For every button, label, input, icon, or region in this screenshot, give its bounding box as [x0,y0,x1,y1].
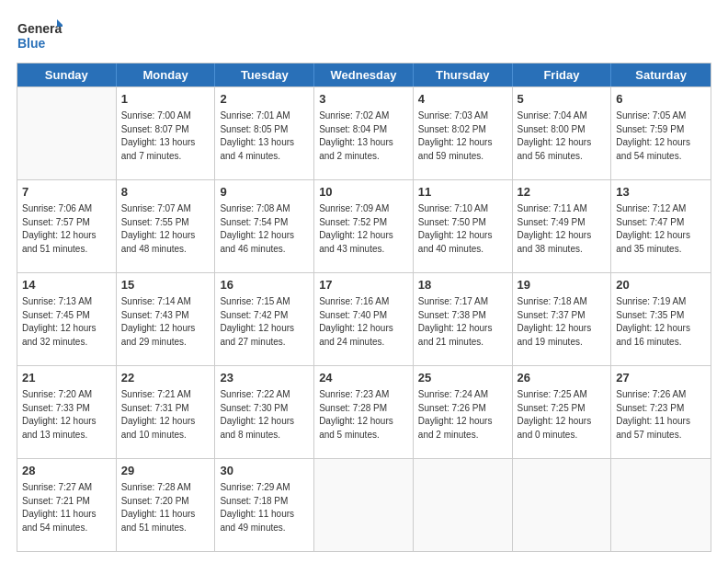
day-number: 14 [22,277,111,293]
calendar-cell: 23Sunrise: 7:22 AM Sunset: 7:30 PM Dayli… [215,366,314,458]
calendar-cell: 18Sunrise: 7:17 AM Sunset: 7:38 PM Dayli… [414,273,513,365]
day-number: 30 [220,463,309,479]
week-row-4: 21Sunrise: 7:20 AM Sunset: 7:33 PM Dayli… [17,365,711,458]
day-number: 28 [22,463,111,479]
day-number: 16 [220,277,309,293]
day-info: Sunrise: 7:26 AM Sunset: 7:23 PM Dayligh… [616,388,706,442]
day-number: 19 [518,277,607,293]
day-info: Sunrise: 7:22 AM Sunset: 7:30 PM Dayligh… [220,388,309,442]
day-number: 24 [319,370,408,386]
calendar-cell: 21Sunrise: 7:20 AM Sunset: 7:33 PM Dayli… [17,366,117,458]
day-number: 26 [518,370,607,386]
calendar-cell: 6Sunrise: 7:05 AM Sunset: 7:59 PM Daylig… [611,87,711,179]
calendar-cell: 11Sunrise: 7:10 AM Sunset: 7:50 PM Dayli… [414,180,513,272]
day-info: Sunrise: 7:28 AM Sunset: 7:20 PM Dayligh… [121,481,210,534]
calendar-cell: 22Sunrise: 7:21 AM Sunset: 7:31 PM Dayli… [117,366,216,458]
day-number: 1 [121,91,210,108]
calendar-cell: 5Sunrise: 7:04 AM Sunset: 8:00 PM Daylig… [513,87,612,179]
day-info: Sunrise: 7:18 AM Sunset: 7:37 PM Dayligh… [518,295,607,349]
week-row-2: 7Sunrise: 7:06 AM Sunset: 7:57 PM Daylig… [17,179,711,272]
day-header-monday: Monday [117,63,216,86]
day-number: 2 [220,91,309,108]
day-number: 7 [22,184,111,201]
day-info: Sunrise: 7:13 AM Sunset: 7:45 PM Dayligh… [22,295,111,349]
calendar-cell: 20Sunrise: 7:19 AM Sunset: 7:35 PM Dayli… [611,273,711,365]
day-header-saturday: Saturday [611,63,711,86]
calendar-cell: 2Sunrise: 7:01 AM Sunset: 8:05 PM Daylig… [215,87,314,179]
day-info: Sunrise: 7:08 AM Sunset: 7:54 PM Dayligh… [220,202,309,256]
calendar-cell [17,87,117,179]
svg-text:General: General [17,21,63,36]
day-header-friday: Friday [513,63,612,86]
day-info: Sunrise: 7:24 AM Sunset: 7:26 PM Dayligh… [418,388,507,442]
day-info: Sunrise: 7:02 AM Sunset: 8:04 PM Dayligh… [319,109,408,163]
calendar-cell [611,459,711,551]
day-info: Sunrise: 7:05 AM Sunset: 7:59 PM Dayligh… [616,109,706,163]
day-number: 12 [518,184,607,201]
calendar-cell: 29Sunrise: 7:28 AM Sunset: 7:20 PM Dayli… [117,459,216,551]
day-info: Sunrise: 7:27 AM Sunset: 7:21 PM Dayligh… [22,481,111,534]
day-info: Sunrise: 7:17 AM Sunset: 7:38 PM Dayligh… [418,295,507,349]
week-row-3: 14Sunrise: 7:13 AM Sunset: 7:45 PM Dayli… [17,272,711,365]
calendar-cell: 16Sunrise: 7:15 AM Sunset: 7:42 PM Dayli… [215,273,314,365]
calendar-cell: 13Sunrise: 7:12 AM Sunset: 7:47 PM Dayli… [611,180,711,272]
day-number: 18 [418,277,507,293]
day-info: Sunrise: 7:09 AM Sunset: 7:52 PM Dayligh… [319,202,408,256]
day-info: Sunrise: 7:20 AM Sunset: 7:33 PM Dayligh… [22,388,111,442]
calendar-cell: 15Sunrise: 7:14 AM Sunset: 7:43 PM Dayli… [117,273,216,365]
day-info: Sunrise: 7:06 AM Sunset: 7:57 PM Dayligh… [22,202,111,256]
day-number: 4 [418,91,507,108]
calendar-cell: 4Sunrise: 7:03 AM Sunset: 8:02 PM Daylig… [414,87,513,179]
day-number: 25 [418,370,507,386]
calendar-cell [414,459,513,551]
day-number: 3 [319,91,408,108]
calendar-cell: 10Sunrise: 7:09 AM Sunset: 7:52 PM Dayli… [314,180,414,272]
day-info: Sunrise: 7:25 AM Sunset: 7:25 PM Dayligh… [518,388,607,442]
day-info: Sunrise: 7:12 AM Sunset: 7:47 PM Dayligh… [616,202,706,256]
week-row-1: 1Sunrise: 7:00 AM Sunset: 8:07 PM Daylig… [17,86,711,179]
day-number: 23 [220,370,309,386]
day-info: Sunrise: 7:15 AM Sunset: 7:42 PM Dayligh… [220,295,309,349]
day-info: Sunrise: 7:16 AM Sunset: 7:40 PM Dayligh… [319,295,408,349]
day-number: 11 [418,184,507,201]
calendar-cell: 24Sunrise: 7:23 AM Sunset: 7:28 PM Dayli… [314,366,414,458]
calendar-cell: 12Sunrise: 7:11 AM Sunset: 7:49 PM Dayli… [513,180,612,272]
day-number: 15 [121,277,210,293]
day-number: 27 [616,370,706,386]
day-info: Sunrise: 7:14 AM Sunset: 7:43 PM Dayligh… [121,295,210,349]
page: General Blue SundayMondayTuesdayWednesda… [0,0,728,563]
day-number: 8 [121,184,210,201]
day-info: Sunrise: 7:11 AM Sunset: 7:49 PM Dayligh… [518,202,607,256]
day-info: Sunrise: 7:04 AM Sunset: 8:00 PM Dayligh… [518,109,607,163]
calendar-cell: 17Sunrise: 7:16 AM Sunset: 7:40 PM Dayli… [314,273,414,365]
calendar-cell: 28Sunrise: 7:27 AM Sunset: 7:21 PM Dayli… [17,459,117,551]
day-number: 9 [220,184,309,201]
day-header-sunday: Sunday [17,63,117,86]
calendar-cell: 14Sunrise: 7:13 AM Sunset: 7:45 PM Dayli… [17,273,117,365]
calendar-cell: 1Sunrise: 7:00 AM Sunset: 8:07 PM Daylig… [117,87,216,179]
day-info: Sunrise: 7:23 AM Sunset: 7:28 PM Dayligh… [319,388,408,442]
day-headers: SundayMondayTuesdayWednesdayThursdayFrid… [17,63,711,86]
calendar: SundayMondayTuesdayWednesdayThursdayFrid… [17,63,711,552]
day-info: Sunrise: 7:00 AM Sunset: 8:07 PM Dayligh… [121,109,210,163]
day-header-wednesday: Wednesday [314,63,414,86]
day-info: Sunrise: 7:10 AM Sunset: 7:50 PM Dayligh… [418,202,507,256]
day-info: Sunrise: 7:03 AM Sunset: 8:02 PM Dayligh… [418,109,507,163]
calendar-cell: 7Sunrise: 7:06 AM Sunset: 7:57 PM Daylig… [17,180,117,272]
day-number: 10 [319,184,408,201]
day-number: 17 [319,277,408,293]
day-header-thursday: Thursday [414,63,513,86]
day-header-tuesday: Tuesday [215,63,314,86]
calendar-cell: 8Sunrise: 7:07 AM Sunset: 7:55 PM Daylig… [117,180,216,272]
day-number: 29 [121,463,210,479]
day-number: 13 [616,184,706,201]
day-info: Sunrise: 7:29 AM Sunset: 7:18 PM Dayligh… [220,481,309,534]
day-info: Sunrise: 7:01 AM Sunset: 8:05 PM Dayligh… [220,109,309,163]
day-number: 22 [121,370,210,386]
calendar-cell: 25Sunrise: 7:24 AM Sunset: 7:26 PM Dayli… [414,366,513,458]
week-row-5: 28Sunrise: 7:27 AM Sunset: 7:21 PM Dayli… [17,458,711,551]
calendar-cell: 27Sunrise: 7:26 AM Sunset: 7:23 PM Dayli… [611,366,711,458]
day-number: 6 [616,91,706,108]
calendar-cell: 26Sunrise: 7:25 AM Sunset: 7:25 PM Dayli… [513,366,612,458]
calendar-cell [314,459,414,551]
